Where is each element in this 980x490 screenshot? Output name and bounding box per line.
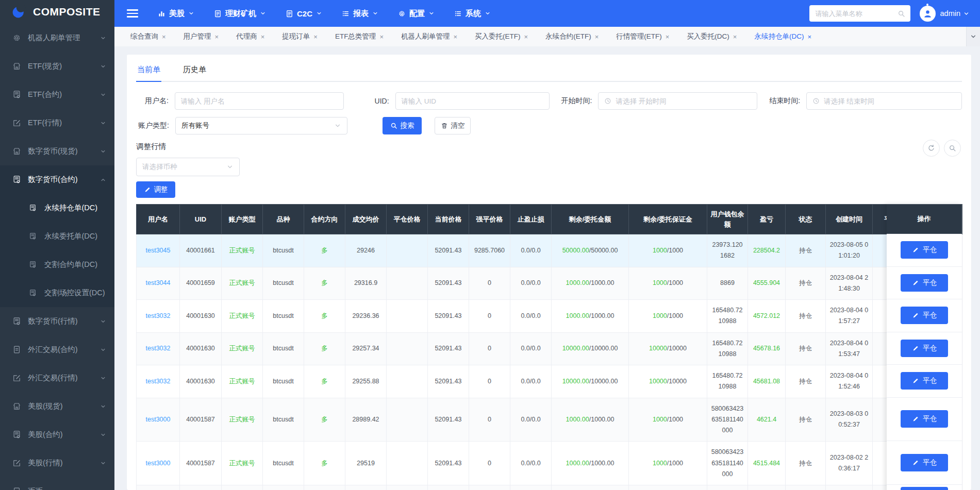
table-cell: 165480.7210988	[707, 365, 748, 398]
uid-field[interactable]	[395, 92, 550, 110]
end-time-field[interactable]	[806, 92, 962, 110]
menu-search-box[interactable]	[809, 5, 910, 22]
avatar[interactable]	[920, 6, 936, 22]
table-cell: 0	[469, 442, 510, 485]
sidebar-item-外汇交易(合约)[interactable]: 外汇交易(合约)	[0, 335, 114, 364]
open-tab[interactable]: 综合查询×	[122, 32, 175, 41]
sidebar-item-美股(行情)[interactable]: 美股(行情)	[0, 449, 114, 477]
start-time-field[interactable]	[598, 92, 757, 110]
username-link[interactable]: test3032	[146, 345, 171, 352]
admin-username[interactable]: admin	[940, 9, 961, 18]
username-input[interactable]	[181, 97, 338, 105]
close-icon[interactable]: ×	[162, 33, 166, 40]
close-icon[interactable]: ×	[379, 33, 384, 40]
close-icon[interactable]: ×	[524, 33, 528, 40]
close-icon[interactable]: ×	[261, 33, 265, 40]
open-tab[interactable]: 买入委托(DC)×	[678, 32, 745, 41]
close-icon[interactable]: ×	[666, 33, 670, 40]
open-tab[interactable]: ETF总类管理×	[326, 32, 392, 41]
sidebar-item-ETF(合约)[interactable]: ETF(合约)	[0, 80, 114, 109]
open-tab[interactable]: 机器人刷单管理×	[392, 32, 466, 41]
username-field[interactable]	[175, 92, 344, 110]
sidebar-item-ETF(现货)[interactable]: ETF(现货)	[0, 52, 114, 80]
close-icon[interactable]: ×	[313, 33, 318, 40]
end-time-input[interactable]	[824, 97, 956, 105]
close-position-button[interactable]: 平仓	[901, 241, 948, 259]
close-position-button[interactable]: 平仓	[901, 340, 948, 357]
sidebar-item-数字货币(行情)[interactable]: 数字货币(行情)	[0, 307, 114, 335]
sidebar-item-数字货币(合约)[interactable]: 数字货币(合约)	[0, 165, 114, 194]
close-position-button[interactable]: 平仓	[901, 454, 948, 471]
coin-select[interactable]: 请选择币种	[136, 158, 240, 176]
topnav-item[interactable]: 系统	[454, 9, 491, 19]
username-link[interactable]: test3045	[146, 247, 171, 254]
menu-search-input[interactable]	[816, 10, 898, 18]
close-position-button[interactable]: 平仓	[901, 372, 948, 390]
close-icon[interactable]: ×	[733, 33, 737, 40]
close-icon[interactable]: ×	[807, 33, 811, 40]
sidebar-item-label: ETF(现货)	[28, 61, 100, 71]
close-position-button[interactable]: 平仓	[901, 307, 948, 324]
actions-cell: 平仓	[887, 365, 962, 398]
account-type-select[interactable]: 所有账号	[175, 117, 347, 134]
username-link[interactable]: test3032	[146, 312, 171, 319]
sidebar-item-美股(现货)[interactable]: 美股(现货)	[0, 392, 114, 420]
open-tab[interactable]: 永续合约(ETF)×	[537, 32, 607, 41]
close-icon[interactable]: ×	[453, 33, 457, 40]
topnav-item[interactable]: 报表	[342, 9, 378, 19]
table-cell: 4515.484	[748, 442, 786, 485]
open-tab[interactable]: 永续持仓单(DC)×	[745, 32, 820, 41]
table-cell	[469, 485, 510, 490]
sidebar-item-交割场控设置(DC)[interactable]: 交割场控设置(DC)	[0, 279, 114, 307]
table-cell: 2023-08-0	[826, 485, 873, 490]
zoom-search-icon[interactable]	[944, 140, 961, 157]
clear-button[interactable]: 清空	[435, 117, 471, 134]
panel-tab-历史单[interactable]: 历史单	[182, 62, 207, 81]
positions-table: 用户名UID账户类型品种合约方向成交均价平仓价格当前价格强平价格止盈止损剩余/委…	[136, 204, 962, 490]
close-icon[interactable]: ×	[215, 33, 219, 40]
uid-input[interactable]	[402, 97, 543, 105]
table-cell: 1000/1000	[629, 267, 707, 300]
panel-tab-当前单[interactable]: 当前单	[136, 62, 161, 82]
sidebar-item-交割合约单(DC)[interactable]: 交割合约单(DC)	[0, 250, 114, 279]
sidebar-item-机器人刷单管理[interactable]: 机器人刷单管理	[0, 24, 114, 52]
doc-icon	[12, 345, 21, 354]
adjust-button[interactable]: 调整	[136, 181, 175, 198]
tabs-overflow-chevron-icon[interactable]	[966, 27, 980, 46]
hamburger-menu-icon[interactable]	[127, 9, 138, 18]
username-link[interactable]: test3000	[146, 416, 171, 423]
topnav-item[interactable]: C2C	[286, 9, 322, 18]
shop-icon	[12, 147, 21, 156]
close-position-button[interactable]: 平仓	[901, 410, 948, 428]
username-link[interactable]: test3044	[146, 279, 171, 286]
open-tab[interactable]: 行情管理(ETF)×	[607, 32, 678, 41]
topnav-item[interactable]: 理财矿机	[214, 9, 266, 19]
close-position-button[interactable]: 平仓	[901, 487, 948, 490]
start-time-input[interactable]	[616, 97, 751, 105]
chevron-down-icon[interactable]	[963, 10, 970, 17]
topnav-item[interactable]: 美股	[158, 9, 194, 19]
sidebar-item-永续持仓单(DC)[interactable]: 永续持仓单(DC)	[0, 194, 114, 222]
open-tab[interactable]: 提现订单×	[273, 32, 326, 41]
app-root: COMPOSITE 机器人刷单管理ETF(现货)ETF(合约)ETF(行情)数字…	[0, 0, 980, 490]
sidebar-item-数字货币(现货)[interactable]: 数字货币(现货)	[0, 137, 114, 165]
table-cell: 10000.00/10000.00	[552, 365, 629, 398]
sidebar-item-外汇交易(行情)[interactable]: 外汇交易(行情)	[0, 364, 114, 392]
table-cell: 45678.16	[748, 332, 786, 365]
close-position-button[interactable]: 平仓	[901, 274, 948, 292]
sidebar-item-ETF(行情)[interactable]: ETF(行情)	[0, 109, 114, 137]
pencil-icon	[912, 312, 919, 319]
search-button[interactable]: 搜索	[383, 117, 422, 134]
sidebar-item-币币[interactable]: 币币	[0, 477, 114, 490]
refresh-icon[interactable]	[923, 140, 940, 157]
sidebar-item-永续委托单(DC)[interactable]: 永续委托单(DC)	[0, 222, 114, 250]
username-link[interactable]: test3000	[146, 460, 171, 467]
topnav-item[interactable]: 配置	[398, 9, 435, 19]
sidebar-item-美股(合约)[interactable]: 美股(合约)	[0, 420, 114, 449]
close-icon[interactable]: ×	[595, 33, 599, 40]
username-link[interactable]: test3032	[146, 378, 171, 385]
open-tab[interactable]: 代理商×	[227, 32, 273, 41]
search-icon[interactable]	[898, 10, 905, 18]
open-tab[interactable]: 用户管理×	[175, 32, 228, 41]
open-tab[interactable]: 买入委托(ETF)×	[466, 32, 537, 41]
